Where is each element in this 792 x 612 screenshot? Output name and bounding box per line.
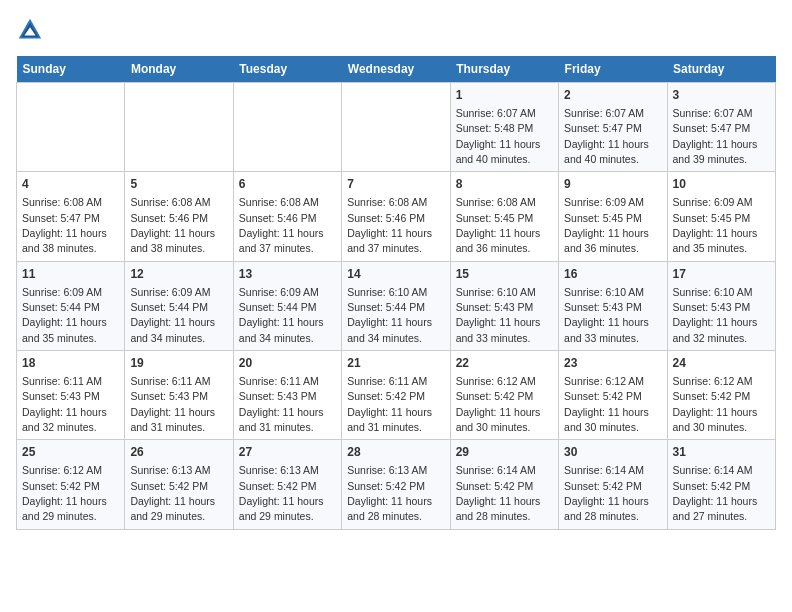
week-row-1: 1Sunrise: 6:07 AM Sunset: 5:48 PM Daylig… <box>17 83 776 172</box>
day-number: 23 <box>564 355 661 372</box>
calendar-cell: 18Sunrise: 6:11 AM Sunset: 5:43 PM Dayli… <box>17 351 125 440</box>
calendar-cell: 19Sunrise: 6:11 AM Sunset: 5:43 PM Dayli… <box>125 351 233 440</box>
day-number: 6 <box>239 176 336 193</box>
week-row-4: 18Sunrise: 6:11 AM Sunset: 5:43 PM Dayli… <box>17 351 776 440</box>
calendar-cell: 11Sunrise: 6:09 AM Sunset: 5:44 PM Dayli… <box>17 261 125 350</box>
day-info: Sunrise: 6:09 AM Sunset: 5:45 PM Dayligh… <box>564 196 649 254</box>
weekday-saturday: Saturday <box>667 56 775 83</box>
day-info: Sunrise: 6:09 AM Sunset: 5:44 PM Dayligh… <box>22 286 107 344</box>
day-number: 3 <box>673 87 770 104</box>
day-info: Sunrise: 6:11 AM Sunset: 5:42 PM Dayligh… <box>347 375 432 433</box>
day-info: Sunrise: 6:14 AM Sunset: 5:42 PM Dayligh… <box>456 464 541 522</box>
day-info: Sunrise: 6:09 AM Sunset: 5:44 PM Dayligh… <box>130 286 215 344</box>
weekday-monday: Monday <box>125 56 233 83</box>
calendar-cell: 9Sunrise: 6:09 AM Sunset: 5:45 PM Daylig… <box>559 172 667 261</box>
day-number: 29 <box>456 444 553 461</box>
day-number: 13 <box>239 266 336 283</box>
calendar-cell: 13Sunrise: 6:09 AM Sunset: 5:44 PM Dayli… <box>233 261 341 350</box>
calendar-cell: 21Sunrise: 6:11 AM Sunset: 5:42 PM Dayli… <box>342 351 450 440</box>
calendar-cell: 16Sunrise: 6:10 AM Sunset: 5:43 PM Dayli… <box>559 261 667 350</box>
calendar-cell: 6Sunrise: 6:08 AM Sunset: 5:46 PM Daylig… <box>233 172 341 261</box>
day-info: Sunrise: 6:11 AM Sunset: 5:43 PM Dayligh… <box>239 375 324 433</box>
day-number: 7 <box>347 176 444 193</box>
day-info: Sunrise: 6:07 AM Sunset: 5:47 PM Dayligh… <box>673 107 758 165</box>
day-info: Sunrise: 6:13 AM Sunset: 5:42 PM Dayligh… <box>130 464 215 522</box>
weekday-header-row: SundayMondayTuesdayWednesdayThursdayFrid… <box>17 56 776 83</box>
logo <box>16 16 48 44</box>
day-info: Sunrise: 6:14 AM Sunset: 5:42 PM Dayligh… <box>673 464 758 522</box>
day-number: 18 <box>22 355 119 372</box>
day-number: 22 <box>456 355 553 372</box>
day-info: Sunrise: 6:08 AM Sunset: 5:45 PM Dayligh… <box>456 196 541 254</box>
day-info: Sunrise: 6:10 AM Sunset: 5:43 PM Dayligh… <box>456 286 541 344</box>
day-number: 27 <box>239 444 336 461</box>
day-info: Sunrise: 6:08 AM Sunset: 5:46 PM Dayligh… <box>347 196 432 254</box>
calendar-cell: 22Sunrise: 6:12 AM Sunset: 5:42 PM Dayli… <box>450 351 558 440</box>
day-number: 14 <box>347 266 444 283</box>
day-number: 16 <box>564 266 661 283</box>
day-info: Sunrise: 6:11 AM Sunset: 5:43 PM Dayligh… <box>22 375 107 433</box>
calendar-cell: 10Sunrise: 6:09 AM Sunset: 5:45 PM Dayli… <box>667 172 775 261</box>
logo-icon <box>16 16 44 44</box>
day-number: 30 <box>564 444 661 461</box>
day-info: Sunrise: 6:09 AM Sunset: 5:45 PM Dayligh… <box>673 196 758 254</box>
week-row-3: 11Sunrise: 6:09 AM Sunset: 5:44 PM Dayli… <box>17 261 776 350</box>
calendar-cell: 17Sunrise: 6:10 AM Sunset: 5:43 PM Dayli… <box>667 261 775 350</box>
day-number: 26 <box>130 444 227 461</box>
day-number: 8 <box>456 176 553 193</box>
calendar-cell: 3Sunrise: 6:07 AM Sunset: 5:47 PM Daylig… <box>667 83 775 172</box>
calendar-cell: 8Sunrise: 6:08 AM Sunset: 5:45 PM Daylig… <box>450 172 558 261</box>
day-info: Sunrise: 6:12 AM Sunset: 5:42 PM Dayligh… <box>456 375 541 433</box>
day-number: 25 <box>22 444 119 461</box>
calendar-cell <box>125 83 233 172</box>
weekday-friday: Friday <box>559 56 667 83</box>
day-number: 15 <box>456 266 553 283</box>
day-number: 10 <box>673 176 770 193</box>
day-number: 28 <box>347 444 444 461</box>
day-number: 12 <box>130 266 227 283</box>
day-number: 9 <box>564 176 661 193</box>
day-number: 21 <box>347 355 444 372</box>
calendar-cell: 5Sunrise: 6:08 AM Sunset: 5:46 PM Daylig… <box>125 172 233 261</box>
day-info: Sunrise: 6:12 AM Sunset: 5:42 PM Dayligh… <box>673 375 758 433</box>
page-header <box>16 16 776 44</box>
weekday-wednesday: Wednesday <box>342 56 450 83</box>
calendar-cell: 4Sunrise: 6:08 AM Sunset: 5:47 PM Daylig… <box>17 172 125 261</box>
calendar-cell: 24Sunrise: 6:12 AM Sunset: 5:42 PM Dayli… <box>667 351 775 440</box>
calendar-cell: 23Sunrise: 6:12 AM Sunset: 5:42 PM Dayli… <box>559 351 667 440</box>
weekday-thursday: Thursday <box>450 56 558 83</box>
day-number: 2 <box>564 87 661 104</box>
day-info: Sunrise: 6:07 AM Sunset: 5:47 PM Dayligh… <box>564 107 649 165</box>
calendar-cell <box>342 83 450 172</box>
week-row-5: 25Sunrise: 6:12 AM Sunset: 5:42 PM Dayli… <box>17 440 776 529</box>
day-number: 20 <box>239 355 336 372</box>
day-info: Sunrise: 6:13 AM Sunset: 5:42 PM Dayligh… <box>347 464 432 522</box>
day-info: Sunrise: 6:11 AM Sunset: 5:43 PM Dayligh… <box>130 375 215 433</box>
calendar-cell: 2Sunrise: 6:07 AM Sunset: 5:47 PM Daylig… <box>559 83 667 172</box>
week-row-2: 4Sunrise: 6:08 AM Sunset: 5:47 PM Daylig… <box>17 172 776 261</box>
day-number: 31 <box>673 444 770 461</box>
calendar-cell: 31Sunrise: 6:14 AM Sunset: 5:42 PM Dayli… <box>667 440 775 529</box>
calendar-cell: 12Sunrise: 6:09 AM Sunset: 5:44 PM Dayli… <box>125 261 233 350</box>
day-info: Sunrise: 6:09 AM Sunset: 5:44 PM Dayligh… <box>239 286 324 344</box>
day-info: Sunrise: 6:10 AM Sunset: 5:43 PM Dayligh… <box>673 286 758 344</box>
calendar-cell: 7Sunrise: 6:08 AM Sunset: 5:46 PM Daylig… <box>342 172 450 261</box>
day-number: 17 <box>673 266 770 283</box>
calendar-cell <box>233 83 341 172</box>
day-info: Sunrise: 6:08 AM Sunset: 5:46 PM Dayligh… <box>239 196 324 254</box>
weekday-sunday: Sunday <box>17 56 125 83</box>
day-info: Sunrise: 6:10 AM Sunset: 5:44 PM Dayligh… <box>347 286 432 344</box>
calendar-cell: 30Sunrise: 6:14 AM Sunset: 5:42 PM Dayli… <box>559 440 667 529</box>
day-info: Sunrise: 6:08 AM Sunset: 5:47 PM Dayligh… <box>22 196 107 254</box>
day-info: Sunrise: 6:08 AM Sunset: 5:46 PM Dayligh… <box>130 196 215 254</box>
calendar-cell: 1Sunrise: 6:07 AM Sunset: 5:48 PM Daylig… <box>450 83 558 172</box>
day-number: 1 <box>456 87 553 104</box>
calendar-cell: 20Sunrise: 6:11 AM Sunset: 5:43 PM Dayli… <box>233 351 341 440</box>
day-number: 5 <box>130 176 227 193</box>
calendar-cell: 26Sunrise: 6:13 AM Sunset: 5:42 PM Dayli… <box>125 440 233 529</box>
calendar-cell: 25Sunrise: 6:12 AM Sunset: 5:42 PM Dayli… <box>17 440 125 529</box>
day-number: 4 <box>22 176 119 193</box>
calendar-cell: 27Sunrise: 6:13 AM Sunset: 5:42 PM Dayli… <box>233 440 341 529</box>
day-info: Sunrise: 6:14 AM Sunset: 5:42 PM Dayligh… <box>564 464 649 522</box>
calendar-cell: 14Sunrise: 6:10 AM Sunset: 5:44 PM Dayli… <box>342 261 450 350</box>
